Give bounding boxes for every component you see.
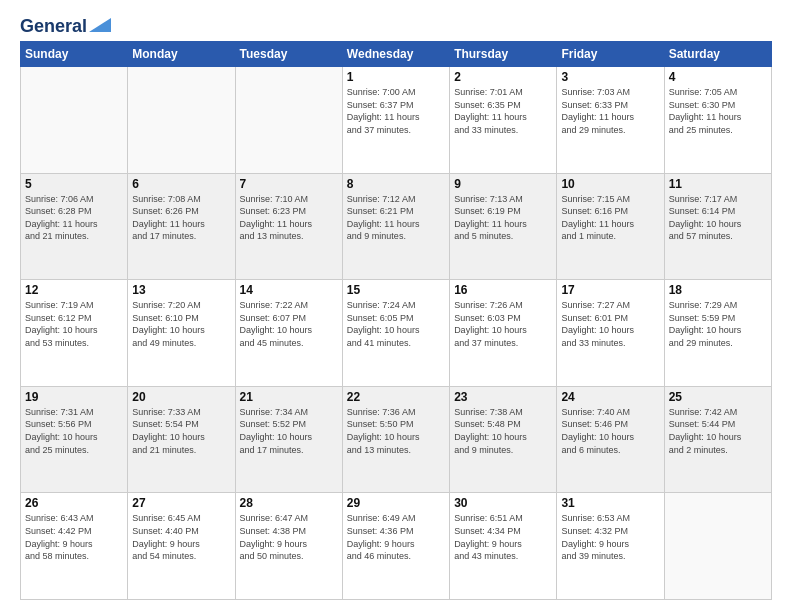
calendar-cell: 17Sunrise: 7:27 AM Sunset: 6:01 PM Dayli…: [557, 280, 664, 387]
day-number: 27: [132, 496, 230, 510]
weekday-header-monday: Monday: [128, 42, 235, 67]
day-number: 28: [240, 496, 338, 510]
day-info: Sunrise: 7:27 AM Sunset: 6:01 PM Dayligh…: [561, 299, 659, 349]
calendar-cell: 3Sunrise: 7:03 AM Sunset: 6:33 PM Daylig…: [557, 67, 664, 174]
svg-marker-0: [89, 18, 111, 32]
day-info: Sunrise: 7:15 AM Sunset: 6:16 PM Dayligh…: [561, 193, 659, 243]
day-info: Sunrise: 7:08 AM Sunset: 6:26 PM Dayligh…: [132, 193, 230, 243]
day-number: 30: [454, 496, 552, 510]
day-info: Sunrise: 7:31 AM Sunset: 5:56 PM Dayligh…: [25, 406, 123, 456]
calendar-week-row: 5Sunrise: 7:06 AM Sunset: 6:28 PM Daylig…: [21, 173, 772, 280]
day-number: 26: [25, 496, 123, 510]
day-info: Sunrise: 7:20 AM Sunset: 6:10 PM Dayligh…: [132, 299, 230, 349]
calendar-cell: 19Sunrise: 7:31 AM Sunset: 5:56 PM Dayli…: [21, 386, 128, 493]
calendar-cell: 29Sunrise: 6:49 AM Sunset: 4:36 PM Dayli…: [342, 493, 449, 600]
calendar-cell: [21, 67, 128, 174]
calendar-cell: 4Sunrise: 7:05 AM Sunset: 6:30 PM Daylig…: [664, 67, 771, 174]
calendar-cell: 8Sunrise: 7:12 AM Sunset: 6:21 PM Daylig…: [342, 173, 449, 280]
day-info: Sunrise: 7:00 AM Sunset: 6:37 PM Dayligh…: [347, 86, 445, 136]
calendar-week-row: 19Sunrise: 7:31 AM Sunset: 5:56 PM Dayli…: [21, 386, 772, 493]
day-number: 18: [669, 283, 767, 297]
day-number: 12: [25, 283, 123, 297]
calendar-cell: 12Sunrise: 7:19 AM Sunset: 6:12 PM Dayli…: [21, 280, 128, 387]
day-info: Sunrise: 7:26 AM Sunset: 6:03 PM Dayligh…: [454, 299, 552, 349]
calendar: SundayMondayTuesdayWednesdayThursdayFrid…: [20, 41, 772, 600]
calendar-cell: 13Sunrise: 7:20 AM Sunset: 6:10 PM Dayli…: [128, 280, 235, 387]
day-info: Sunrise: 7:05 AM Sunset: 6:30 PM Dayligh…: [669, 86, 767, 136]
calendar-cell: 16Sunrise: 7:26 AM Sunset: 6:03 PM Dayli…: [450, 280, 557, 387]
day-info: Sunrise: 7:13 AM Sunset: 6:19 PM Dayligh…: [454, 193, 552, 243]
header: General: [20, 16, 772, 33]
calendar-cell: [664, 493, 771, 600]
weekday-header-wednesday: Wednesday: [342, 42, 449, 67]
day-info: Sunrise: 6:45 AM Sunset: 4:40 PM Dayligh…: [132, 512, 230, 562]
day-number: 4: [669, 70, 767, 84]
day-info: Sunrise: 7:33 AM Sunset: 5:54 PM Dayligh…: [132, 406, 230, 456]
day-number: 24: [561, 390, 659, 404]
day-number: 19: [25, 390, 123, 404]
weekday-header-sunday: Sunday: [21, 42, 128, 67]
day-number: 23: [454, 390, 552, 404]
day-number: 20: [132, 390, 230, 404]
day-number: 17: [561, 283, 659, 297]
day-number: 2: [454, 70, 552, 84]
calendar-cell: 20Sunrise: 7:33 AM Sunset: 5:54 PM Dayli…: [128, 386, 235, 493]
calendar-cell: 26Sunrise: 6:43 AM Sunset: 4:42 PM Dayli…: [21, 493, 128, 600]
calendar-cell: 31Sunrise: 6:53 AM Sunset: 4:32 PM Dayli…: [557, 493, 664, 600]
day-info: Sunrise: 7:40 AM Sunset: 5:46 PM Dayligh…: [561, 406, 659, 456]
calendar-cell: 21Sunrise: 7:34 AM Sunset: 5:52 PM Dayli…: [235, 386, 342, 493]
weekday-header-friday: Friday: [557, 42, 664, 67]
calendar-week-row: 1Sunrise: 7:00 AM Sunset: 6:37 PM Daylig…: [21, 67, 772, 174]
calendar-cell: 30Sunrise: 6:51 AM Sunset: 4:34 PM Dayli…: [450, 493, 557, 600]
day-number: 15: [347, 283, 445, 297]
day-number: 11: [669, 177, 767, 191]
day-number: 13: [132, 283, 230, 297]
day-number: 3: [561, 70, 659, 84]
day-info: Sunrise: 7:06 AM Sunset: 6:28 PM Dayligh…: [25, 193, 123, 243]
weekday-header-row: SundayMondayTuesdayWednesdayThursdayFrid…: [21, 42, 772, 67]
calendar-cell: 6Sunrise: 7:08 AM Sunset: 6:26 PM Daylig…: [128, 173, 235, 280]
day-number: 7: [240, 177, 338, 191]
day-info: Sunrise: 7:03 AM Sunset: 6:33 PM Dayligh…: [561, 86, 659, 136]
calendar-cell: 28Sunrise: 6:47 AM Sunset: 4:38 PM Dayli…: [235, 493, 342, 600]
calendar-cell: [128, 67, 235, 174]
day-number: 29: [347, 496, 445, 510]
calendar-cell: 14Sunrise: 7:22 AM Sunset: 6:07 PM Dayli…: [235, 280, 342, 387]
calendar-cell: 24Sunrise: 7:40 AM Sunset: 5:46 PM Dayli…: [557, 386, 664, 493]
calendar-cell: 15Sunrise: 7:24 AM Sunset: 6:05 PM Dayli…: [342, 280, 449, 387]
day-number: 8: [347, 177, 445, 191]
day-number: 21: [240, 390, 338, 404]
day-info: Sunrise: 7:10 AM Sunset: 6:23 PM Dayligh…: [240, 193, 338, 243]
day-info: Sunrise: 7:17 AM Sunset: 6:14 PM Dayligh…: [669, 193, 767, 243]
day-info: Sunrise: 6:43 AM Sunset: 4:42 PM Dayligh…: [25, 512, 123, 562]
page: General SundayMondayTuesdayWednesdayThur…: [0, 0, 792, 612]
weekday-header-saturday: Saturday: [664, 42, 771, 67]
calendar-cell: [235, 67, 342, 174]
calendar-cell: 25Sunrise: 7:42 AM Sunset: 5:44 PM Dayli…: [664, 386, 771, 493]
calendar-cell: 11Sunrise: 7:17 AM Sunset: 6:14 PM Dayli…: [664, 173, 771, 280]
day-number: 14: [240, 283, 338, 297]
calendar-cell: 27Sunrise: 6:45 AM Sunset: 4:40 PM Dayli…: [128, 493, 235, 600]
day-info: Sunrise: 7:12 AM Sunset: 6:21 PM Dayligh…: [347, 193, 445, 243]
calendar-cell: 5Sunrise: 7:06 AM Sunset: 6:28 PM Daylig…: [21, 173, 128, 280]
day-info: Sunrise: 7:36 AM Sunset: 5:50 PM Dayligh…: [347, 406, 445, 456]
day-info: Sunrise: 6:51 AM Sunset: 4:34 PM Dayligh…: [454, 512, 552, 562]
day-info: Sunrise: 7:01 AM Sunset: 6:35 PM Dayligh…: [454, 86, 552, 136]
calendar-week-row: 26Sunrise: 6:43 AM Sunset: 4:42 PM Dayli…: [21, 493, 772, 600]
day-number: 16: [454, 283, 552, 297]
calendar-cell: 9Sunrise: 7:13 AM Sunset: 6:19 PM Daylig…: [450, 173, 557, 280]
day-info: Sunrise: 6:47 AM Sunset: 4:38 PM Dayligh…: [240, 512, 338, 562]
day-number: 22: [347, 390, 445, 404]
day-number: 31: [561, 496, 659, 510]
calendar-cell: 23Sunrise: 7:38 AM Sunset: 5:48 PM Dayli…: [450, 386, 557, 493]
calendar-cell: 1Sunrise: 7:00 AM Sunset: 6:37 PM Daylig…: [342, 67, 449, 174]
calendar-cell: 10Sunrise: 7:15 AM Sunset: 6:16 PM Dayli…: [557, 173, 664, 280]
calendar-cell: 7Sunrise: 7:10 AM Sunset: 6:23 PM Daylig…: [235, 173, 342, 280]
calendar-cell: 22Sunrise: 7:36 AM Sunset: 5:50 PM Dayli…: [342, 386, 449, 493]
logo-icon: [89, 18, 111, 32]
weekday-header-tuesday: Tuesday: [235, 42, 342, 67]
day-number: 6: [132, 177, 230, 191]
calendar-cell: 18Sunrise: 7:29 AM Sunset: 5:59 PM Dayli…: [664, 280, 771, 387]
day-number: 9: [454, 177, 552, 191]
day-info: Sunrise: 6:49 AM Sunset: 4:36 PM Dayligh…: [347, 512, 445, 562]
